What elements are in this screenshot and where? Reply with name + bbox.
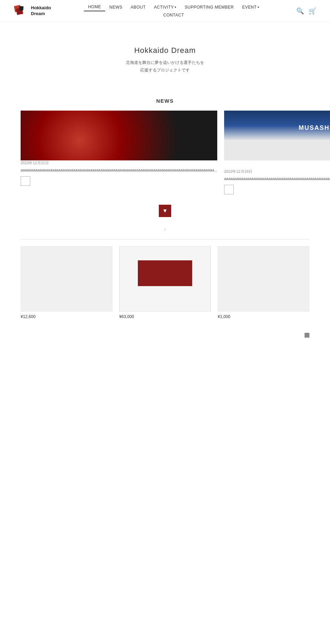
news-body-1: aaaaaaaaaaaaaaaaaaaaaaaaaaaaaaaaaaaaaaaa…: [21, 167, 217, 173]
news-section-title: NEWS: [0, 98, 330, 104]
shop-image-2: [119, 246, 211, 312]
shop-card-3: ¥1,000: [218, 246, 309, 319]
shop-image-1: [21, 246, 112, 312]
hero-section: Hokkaido Dream 北海道を舞台に夢を追いかける選手たちを 応援するプ…: [0, 22, 330, 88]
nav-event[interactable]: EVENT ▾: [238, 3, 263, 11]
search-button[interactable]: 🔍: [296, 7, 304, 15]
shop-card-1: ¥12,600: [21, 246, 112, 319]
news-card-2: ... 2022年12月19日 aaaaaaaaaaaaaaaaaaaaaaaa…: [224, 111, 330, 194]
news-image-2: [224, 111, 330, 160]
search-icon: 🔍: [296, 8, 304, 14]
shop-image-3: [218, 246, 309, 312]
nav-contact[interactable]: CONTACT: [159, 11, 188, 19]
logo[interactable]: Hokkaido Dream: [14, 3, 51, 19]
nav-about[interactable]: ABOUT: [126, 3, 150, 11]
nav-right: 🔍 🛒: [296, 7, 316, 15]
activity-chevron-icon: ▾: [175, 5, 176, 9]
shop-section: ¥12,600 ¥63,000 ¥1,000: [0, 246, 330, 319]
footer-icon-wrap: [0, 326, 330, 344]
nav-row-top: HOME NEWS ABOUT ACTIVITY ▾ SUPPORTING ME…: [84, 3, 263, 11]
news-more-2: ...: [224, 162, 330, 168]
shop-price-2: ¥63,000: [119, 314, 211, 319]
cart-button[interactable]: 🛒: [309, 7, 316, 15]
news-image-1: [21, 111, 217, 160]
load-more-wrap: ▼: [0, 205, 330, 217]
nav-row-bottom: CONTACT: [159, 11, 188, 19]
section-divider: [21, 239, 309, 239]
hero-subtitle: 北海道を舞台に夢を追いかける選手たちを 応援するプロジェクトです: [7, 59, 323, 74]
news-read-more-2[interactable]: [224, 185, 234, 194]
event-chevron-icon: ▾: [257, 5, 259, 9]
news-body-2: aaaaaaaaaaaaaaaaaaaaaaaaaaaaaaaaaaaaaaaa…: [224, 176, 330, 182]
navigation: Hokkaido Dream HOME NEWS ABOUT ACTIVITY …: [0, 0, 330, 22]
logo-text: Hokkaido Dream: [31, 5, 51, 17]
shop-grid: ¥12,600 ¥63,000 ¥1,000: [21, 246, 309, 319]
load-more-button[interactable]: ▼: [159, 205, 171, 217]
news-date-1: 2022年12月21日: [21, 160, 217, 166]
news-date-2: 2022年12月19日: [224, 169, 330, 174]
spacer: [0, 344, 330, 551]
shop-card-2: ¥63,000: [119, 246, 211, 319]
nav-home[interactable]: HOME: [84, 3, 105, 11]
nav-activity[interactable]: ACTIVITY ▾: [150, 3, 180, 11]
nav-news[interactable]: NEWS: [105, 3, 126, 11]
hero-title: Hokkaido Dream: [7, 46, 323, 55]
news-section: NEWS 2022年12月21日 aaaaaaaaaaaaaaaaaaaaaaa…: [0, 98, 330, 217]
footer-icon: [305, 333, 309, 338]
nav-center: HOME NEWS ABOUT ACTIVITY ▾ SUPPORTING ME…: [84, 3, 263, 19]
shop-price-1: ¥12,600: [21, 314, 112, 319]
shop-price-3: ¥1,000: [218, 314, 309, 319]
news-read-more-1[interactable]: [21, 176, 30, 186]
news-card-1: 2022年12月21日 aaaaaaaaaaaaaaaaaaaaaaaaaaaa…: [21, 111, 217, 194]
news-grid: 2022年12月21日 aaaaaaaaaaaaaaaaaaaaaaaaaaaa…: [0, 111, 330, 194]
shop-divider-label: /: [0, 227, 330, 232]
cart-icon: 🛒: [309, 8, 316, 14]
svg-rect-2: [19, 6, 23, 10]
nav-supporting[interactable]: SUPPORTING MEMBER: [180, 3, 238, 11]
